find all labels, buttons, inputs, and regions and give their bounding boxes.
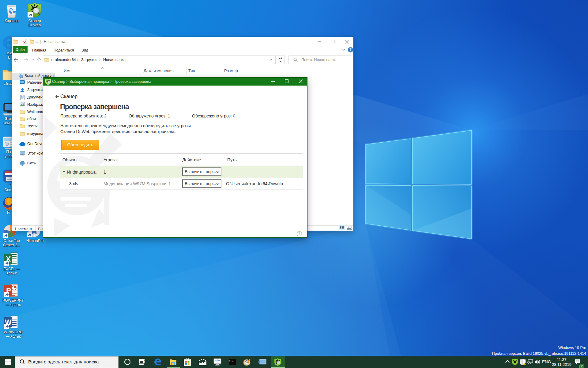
svg-text:C:\_: C:\_ bbox=[229, 360, 234, 362]
svg-text:!: ! bbox=[524, 363, 524, 365]
